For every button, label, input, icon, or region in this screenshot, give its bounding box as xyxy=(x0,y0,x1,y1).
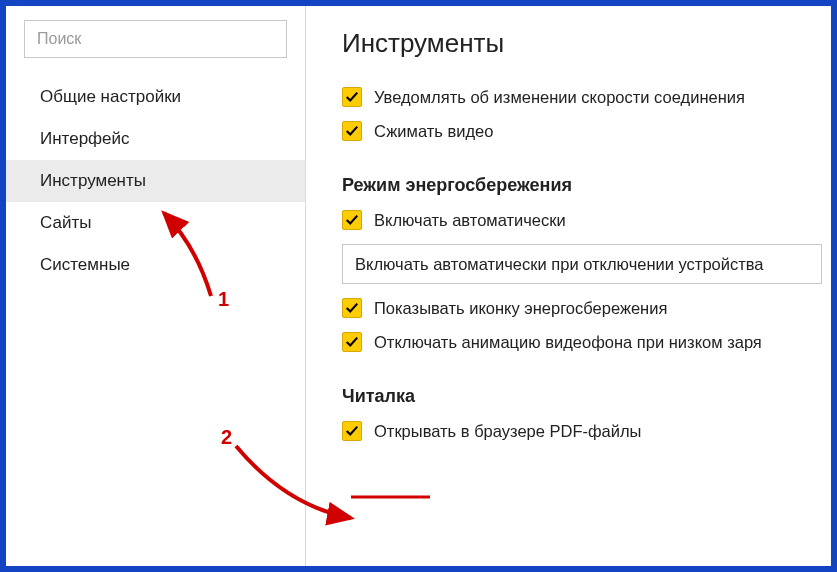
page-title: Инструменты xyxy=(342,28,831,59)
check-icon xyxy=(345,213,359,227)
option-label: Показывать иконку энергосбережения xyxy=(374,299,667,318)
sidebar-item-sites[interactable]: Сайты xyxy=(6,202,305,244)
check-icon xyxy=(345,90,359,104)
check-icon xyxy=(345,301,359,315)
search-input[interactable] xyxy=(24,20,287,58)
option-compress-video: Сжимать видео xyxy=(342,121,831,141)
option-label: Уведомлять об изменении скорости соедине… xyxy=(374,88,745,107)
option-open-pdf: Открывать в браузере PDF-файлы xyxy=(342,421,831,441)
option-notify-speed: Уведомлять об изменении скорости соедине… xyxy=(342,87,831,107)
sidebar-item-label: Инструменты xyxy=(40,171,146,191)
checkbox-notify-speed[interactable] xyxy=(342,87,362,107)
section-title-reader: Читалка xyxy=(342,386,831,407)
option-label: Сжимать видео xyxy=(374,122,493,141)
sidebar-item-general[interactable]: Общие настройки xyxy=(6,76,305,118)
option-energy-animation: Отключать анимацию видеофона при низком … xyxy=(342,332,831,352)
checkbox-compress-video[interactable] xyxy=(342,121,362,141)
sidebar-item-interface[interactable]: Интерфейс xyxy=(6,118,305,160)
check-icon xyxy=(345,424,359,438)
option-label: Включать автоматически xyxy=(374,211,566,230)
sidebar-item-system[interactable]: Системные xyxy=(6,244,305,286)
option-energy-icon: Показывать иконку энергосбережения xyxy=(342,298,831,318)
option-label: Открывать в браузере PDF-файлы xyxy=(374,422,641,441)
sidebar-item-label: Системные xyxy=(40,255,130,275)
checkbox-energy-icon[interactable] xyxy=(342,298,362,318)
check-icon xyxy=(345,335,359,349)
energy-mode-dropdown[interactable]: Включать автоматически при отключении ус… xyxy=(342,244,822,284)
sidebar-nav: Общие настройки Интерфейс Инструменты Са… xyxy=(6,76,305,286)
section-title-energy: Режим энергосбережения xyxy=(342,175,831,196)
sidebar-item-label: Общие настройки xyxy=(40,87,181,107)
sidebar-item-tools[interactable]: Инструменты xyxy=(6,160,305,202)
option-label: Отключать анимацию видеофона при низком … xyxy=(374,333,762,352)
checkbox-energy-auto[interactable] xyxy=(342,210,362,230)
main-panel: Инструменты Уведомлять об изменении скор… xyxy=(306,6,831,566)
sidebar-item-label: Сайты xyxy=(40,213,91,233)
checkbox-open-pdf[interactable] xyxy=(342,421,362,441)
search-container xyxy=(6,20,305,68)
option-energy-auto: Включать автоматически xyxy=(342,210,831,230)
sidebar-item-label: Интерфейс xyxy=(40,129,130,149)
settings-window: Общие настройки Интерфейс Инструменты Са… xyxy=(0,0,837,572)
check-icon xyxy=(345,124,359,138)
sidebar: Общие настройки Интерфейс Инструменты Са… xyxy=(6,6,306,566)
checkbox-energy-animation[interactable] xyxy=(342,332,362,352)
dropdown-value: Включать автоматически при отключении ус… xyxy=(355,255,764,274)
